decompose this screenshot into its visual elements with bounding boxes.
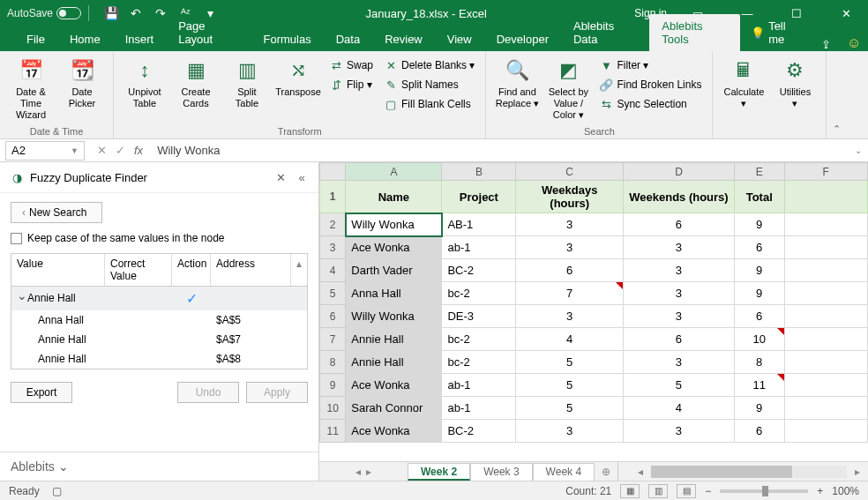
row-header-5[interactable]: 5 bbox=[320, 282, 346, 305]
header-cell[interactable]: Name bbox=[346, 181, 442, 213]
delete-blanks--button[interactable]: ✕Delete Blanks ▾ bbox=[380, 56, 478, 74]
transpose-button[interactable]: ⤭Transpose bbox=[274, 55, 322, 100]
sheet-tab-week-3[interactable]: Week 3 bbox=[470, 463, 532, 481]
row-header-11[interactable]: 11 bbox=[320, 420, 346, 443]
name-box-dropdown-icon[interactable]: ▼ bbox=[71, 146, 79, 155]
cell[interactable]: 3 bbox=[624, 259, 735, 282]
header-cell[interactable]: Weekdays (hours) bbox=[516, 181, 624, 213]
row-header-9[interactable]: 9 bbox=[320, 374, 346, 397]
cell[interactable]: Anna Hall bbox=[346, 282, 442, 305]
cell[interactable]: 3 bbox=[516, 213, 624, 236]
cell[interactable]: bc-2 bbox=[442, 351, 516, 374]
tab-ablebits-data[interactable]: Ablebits Data bbox=[561, 14, 649, 51]
results-row[interactable]: Annie Hall$A$8 bbox=[11, 349, 307, 369]
autosave-switch[interactable] bbox=[56, 7, 81, 19]
zoom-slider[interactable] bbox=[720, 489, 808, 493]
cell[interactable]: BC-2 bbox=[442, 259, 516, 282]
cell[interactable]: 7 bbox=[516, 282, 624, 305]
find-and-button[interactable]: 🔍Find andReplace ▾ bbox=[493, 55, 541, 111]
cell[interactable]: 6 bbox=[734, 305, 784, 328]
zoom-in-icon[interactable]: + bbox=[817, 485, 823, 497]
tab-home[interactable]: Home bbox=[57, 27, 113, 51]
cell[interactable]: AB-1 bbox=[442, 213, 516, 236]
find-broken-links-button[interactable]: 🔗Find Broken Links bbox=[595, 76, 705, 93]
task-pane-collapse-icon[interactable]: « bbox=[294, 169, 310, 185]
normal-view-icon[interactable]: ▦ bbox=[620, 484, 640, 498]
cell[interactable] bbox=[784, 259, 867, 282]
cell[interactable]: 10 bbox=[734, 328, 784, 351]
cell[interactable] bbox=[784, 374, 867, 397]
apply-button[interactable]: Apply bbox=[246, 382, 308, 403]
split-names-button[interactable]: ✎Split Names bbox=[380, 76, 478, 93]
horizontal-scrollbar[interactable]: ◂ ▸ bbox=[630, 462, 868, 481]
scroll-right-icon[interactable]: ▸ bbox=[850, 466, 864, 478]
enter-formula-icon[interactable]: ✓ bbox=[116, 144, 125, 157]
cell[interactable] bbox=[784, 236, 867, 259]
export-button[interactable]: Export bbox=[11, 382, 72, 403]
sheet-nav[interactable]: ◂▸ bbox=[319, 462, 408, 481]
tab-ablebits-tools[interactable]: Ablebits Tools bbox=[649, 14, 740, 51]
zoom-out-icon[interactable]: − bbox=[705, 485, 711, 497]
cell[interactable] bbox=[784, 213, 867, 236]
cell[interactable]: bc-2 bbox=[442, 282, 516, 305]
cell[interactable]: 3 bbox=[624, 351, 735, 374]
col-header-B[interactable]: B bbox=[442, 163, 516, 181]
cell[interactable]: 9 bbox=[734, 259, 784, 282]
cell[interactable]: 6 bbox=[734, 236, 784, 259]
col-header-F[interactable]: F bbox=[784, 163, 867, 181]
scroll-thumb[interactable] bbox=[651, 466, 792, 478]
cell[interactable] bbox=[784, 282, 867, 305]
select-all-cell[interactable] bbox=[320, 163, 346, 181]
save-icon[interactable]: 💾 bbox=[103, 5, 119, 21]
cell[interactable]: 3 bbox=[516, 420, 624, 443]
undo-icon[interactable]: ↶ bbox=[128, 5, 144, 21]
results-group-row[interactable]: Annie Hall ✓ bbox=[11, 287, 307, 310]
cell[interactable]: bc-2 bbox=[442, 328, 516, 351]
header-cell[interactable]: Weekends (hours) bbox=[624, 181, 735, 213]
cell[interactable]: 3 bbox=[624, 420, 735, 443]
close-button[interactable]: ✕ bbox=[827, 0, 864, 26]
filter--button[interactable]: ▼Filter ▾ bbox=[595, 56, 705, 74]
fx-icon[interactable]: fx bbox=[134, 144, 143, 157]
cell[interactable]: Ace Wonka bbox=[346, 374, 442, 397]
cell[interactable]: ab-1 bbox=[442, 374, 516, 397]
results-scroll-up-icon[interactable]: ▴ bbox=[291, 254, 307, 286]
header-cell[interactable]: Project bbox=[442, 181, 516, 213]
tab-file[interactable]: File bbox=[14, 27, 57, 51]
cell[interactable]: 3 bbox=[624, 305, 735, 328]
row-header-1[interactable]: 1 bbox=[320, 181, 346, 213]
col-header-D[interactable]: D bbox=[624, 163, 735, 181]
header-cell[interactable]: Total bbox=[734, 181, 784, 213]
cell[interactable]: Willy Wonka bbox=[346, 213, 442, 236]
sheet-tab-week-4[interactable]: Week 4 bbox=[533, 463, 595, 481]
cell[interactable] bbox=[784, 328, 867, 351]
page-layout-view-icon[interactable]: ▥ bbox=[648, 484, 668, 498]
cell[interactable]: Ace Wonka bbox=[346, 236, 442, 259]
row-header-8[interactable]: 8 bbox=[320, 351, 346, 374]
create-button[interactable]: ▦CreateCards bbox=[172, 55, 220, 111]
tab-review[interactable]: Review bbox=[372, 27, 435, 51]
keep-case-checkbox[interactable]: Keep case of the same values in the node bbox=[11, 232, 308, 244]
col-address[interactable]: Address bbox=[211, 254, 291, 286]
cell[interactable]: Sarah Connor bbox=[346, 397, 442, 420]
cell[interactable] bbox=[784, 305, 867, 328]
select-by-button[interactable]: ◩Select byValue / Color ▾ bbox=[544, 55, 592, 123]
col-correct[interactable]: Correct Value bbox=[105, 254, 172, 286]
tell-me[interactable]: 💡Tell me bbox=[740, 14, 812, 51]
cell[interactable]: Darth Vader bbox=[346, 259, 442, 282]
row-header-10[interactable]: 10 bbox=[320, 397, 346, 420]
col-action[interactable]: Action bbox=[172, 254, 211, 286]
new-search-button[interactable]: ‹ New Search bbox=[11, 202, 102, 223]
cell[interactable]: 6 bbox=[516, 259, 624, 282]
cell[interactable]: 6 bbox=[734, 420, 784, 443]
cell[interactable]: 6 bbox=[624, 213, 735, 236]
undo-button[interactable]: Undo bbox=[177, 382, 239, 403]
cell[interactable]: 6 bbox=[624, 328, 735, 351]
cell[interactable]: Annie Hall bbox=[346, 328, 442, 351]
macro-record-icon[interactable]: ▢ bbox=[52, 485, 62, 497]
flip--button[interactable]: ⇵Flip ▾ bbox=[326, 76, 377, 93]
page-break-view-icon[interactable]: ▤ bbox=[677, 484, 696, 498]
cell[interactable]: Annie Hall bbox=[346, 351, 442, 374]
cell[interactable]: 5 bbox=[516, 397, 624, 420]
cell[interactable]: 5 bbox=[516, 374, 624, 397]
